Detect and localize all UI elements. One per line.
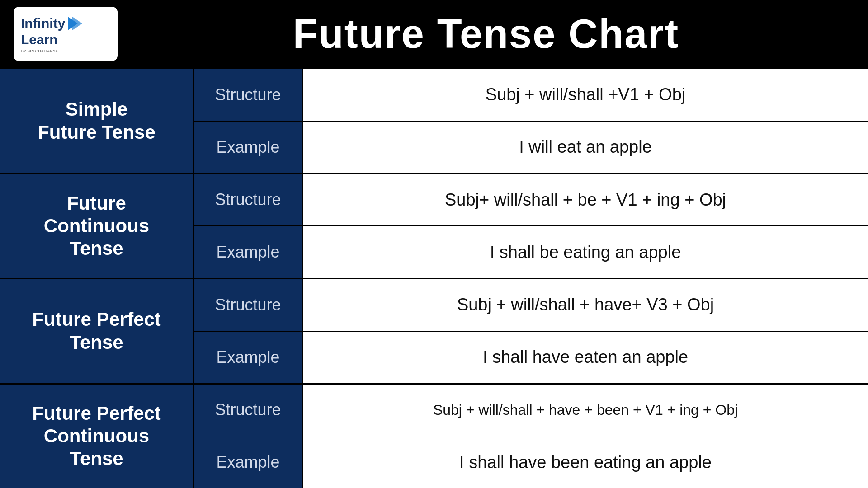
structure-value-continuous: Subj+ will/shall + be + V1 + ing + Obj (303, 174, 868, 226)
example-value-perfect: I shall have eaten an apple (303, 332, 868, 383)
example-row-perfect-continuous: Example I shall have been eating an appl… (194, 436, 868, 488)
tense-name-perfect-continuous: Future PerfectContinuousTense (0, 385, 194, 488)
example-value-simple: I will eat an apple (303, 122, 868, 173)
tense-details-perfect: Structure Subj + will/shall + have+ V3 +… (194, 279, 868, 383)
example-row-perfect: Example I shall have eaten an apple (194, 332, 868, 383)
structure-row-perfect-continuous: Structure Subj + will/shall + have + bee… (194, 385, 868, 437)
structure-value-simple: Subj + will/shall +V1 + Obj (303, 69, 868, 121)
tense-name-simple: SimpleFuture Tense (0, 69, 194, 173)
structure-row-perfect: Structure Subj + will/shall + have+ V3 +… (194, 279, 868, 332)
example-row-simple: Example I will eat an apple (194, 122, 868, 173)
tense-name-continuous: FutureContinuousTense (0, 174, 194, 278)
logo: Infinity Learn BY SRI CHAITANYA (14, 7, 118, 61)
structure-label-perfect-continuous: Structure (194, 385, 303, 436)
tense-details-continuous: Structure Subj+ will/shall + be + V1 + i… (194, 174, 868, 278)
structure-value-perfect-continuous: Subj + will/shall + have + been + V1 + i… (303, 385, 868, 436)
example-row-continuous: Example I shall be eating an apple (194, 226, 868, 278)
header: Infinity Learn BY SRI CHAITANYA Future T… (0, 0, 868, 68)
structure-label-perfect: Structure (194, 279, 303, 331)
structure-row-continuous: Structure Subj+ will/shall + be + V1 + i… (194, 174, 868, 227)
tense-details-simple: Structure Subj + will/shall +V1 + Obj Ex… (194, 69, 868, 173)
structure-row-simple: Structure Subj + will/shall +V1 + Obj (194, 69, 868, 122)
example-label-perfect-continuous: Example (194, 436, 303, 488)
example-value-continuous: I shall be eating an apple (303, 226, 868, 278)
structure-label-continuous: Structure (194, 174, 303, 226)
svg-marker-1 (72, 17, 82, 30)
tense-name-perfect: Future PerfectTense (0, 279, 194, 383)
table-row: Future PerfectContinuousTense Structure … (0, 385, 868, 488)
page-title: Future Tense Chart (118, 11, 854, 57)
example-label-simple: Example (194, 122, 303, 173)
logo-chevron-icon (65, 15, 82, 32)
structure-value-perfect: Subj + will/shall + have+ V3 + Obj (303, 279, 868, 331)
logo-sub-text: BY SRI CHAITANYA (21, 49, 58, 53)
table-row: SimpleFuture Tense Structure Subj + will… (0, 69, 868, 174)
logo-infinity-text: Infinity (21, 16, 65, 31)
logo-learn-text: Learn (21, 32, 58, 47)
tense-table: SimpleFuture Tense Structure Subj + will… (0, 68, 868, 488)
structure-label-simple: Structure (194, 69, 303, 121)
example-label-continuous: Example (194, 226, 303, 278)
table-row: Future PerfectTense Structure Subj + wil… (0, 279, 868, 385)
tense-details-perfect-continuous: Structure Subj + will/shall + have + bee… (194, 385, 868, 488)
example-label-perfect: Example (194, 332, 303, 383)
example-value-perfect-continuous: I shall have been eating an apple (303, 436, 868, 488)
table-row: FutureContinuousTense Structure Subj+ wi… (0, 174, 868, 280)
